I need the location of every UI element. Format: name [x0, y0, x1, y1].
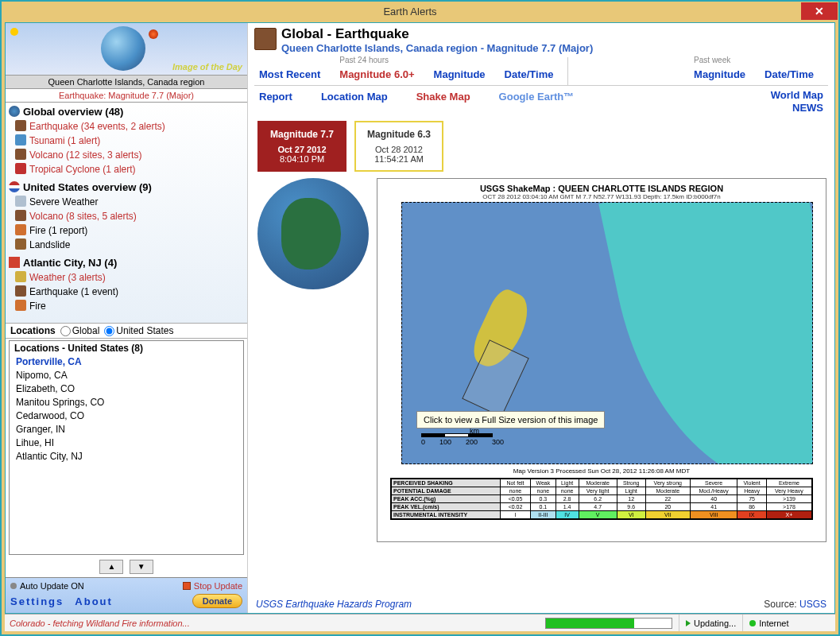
tab-news[interactable]: NEWS — [766, 102, 828, 114]
app-window: Earth Alerts ✕ Image of the Day Queen Ch… — [0, 0, 840, 636]
event-card[interactable]: Magnitude 6.3 Oct 28 2012 11:54:21 AM — [354, 121, 443, 172]
stop-update-button[interactable]: Stop Update — [183, 581, 242, 591]
sidebar: Image of the Day Queen Charlotte Islands… — [6, 23, 248, 613]
fire-icon — [15, 300, 26, 311]
donate-button[interactable]: Donate — [192, 594, 242, 608]
cyclone-icon — [15, 163, 26, 174]
main-panel: Global - Earthquake Queen Charlotte Isla… — [248, 23, 834, 613]
sun-icon — [149, 29, 158, 39]
location-globe[interactable]: ★ — [257, 178, 369, 289]
overview-item-landslide[interactable]: Landslide — [9, 238, 244, 252]
main-subtitle: Queen Charlotte Islands, Canada region -… — [281, 42, 593, 54]
source-program-link[interactable]: USGS Earthquake Hazards Program — [256, 599, 412, 610]
tab-magnitude-6[interactable]: Magnitude 6.0+ — [335, 67, 428, 85]
overview-item-fire[interactable]: Fire (1 report) — [9, 223, 244, 238]
epicenter-star-icon: ★ — [296, 243, 307, 258]
location-item[interactable]: Nipomo, CA — [14, 369, 238, 382]
location-filter: Locations Global United States — [6, 324, 247, 339]
overview-item-weather[interactable]: Weather (3 alerts) — [9, 270, 244, 285]
main-header: Global - Earthquake Queen Charlotte Isla… — [254, 26, 828, 54]
overview-item-earthquake-city[interactable]: Earthquake (1 event) — [9, 285, 244, 299]
primary-tabs: Most Recent Past 24 hours Magnitude 6.0+… — [254, 57, 828, 85]
global-overview-section: Global overview (48) Earthquake (34 even… — [9, 106, 244, 176]
image-of-day-banner[interactable]: Image of the Day — [6, 23, 247, 76]
shakemap-image[interactable]: USGS ShakeMap : QUEEN CHARLOTTE ISLANDS … — [377, 178, 826, 542]
online-dot-icon — [749, 620, 756, 626]
tab-shake-map[interactable]: Shake Map — [412, 89, 494, 114]
globe-small-icon — [9, 106, 20, 117]
fullsize-tooltip: Click to view a Full Size version of thi… — [416, 411, 605, 429]
updating-indicator[interactable]: Updating... — [679, 615, 742, 631]
location-item[interactable]: Granger, IN — [14, 423, 238, 436]
tab-datetime-week[interactable]: Date/Time — [760, 67, 828, 85]
stop-icon — [183, 582, 191, 590]
earthquake-icon — [15, 285, 26, 297]
fault-rect-shape — [462, 339, 529, 417]
global-overview-title[interactable]: Global overview (48) — [9, 106, 244, 118]
location-item[interactable]: Cedarwood, CO — [14, 409, 238, 423]
main-title: Global - Earthquake — [281, 26, 593, 42]
banner-label: Image of the Day — [172, 62, 242, 72]
pin-icon — [9, 257, 20, 268]
up-button[interactable]: ▲ — [99, 560, 123, 574]
volcano-icon — [15, 149, 26, 160]
location-item[interactable]: Elizabeth, CO — [14, 382, 238, 396]
status-message: Colorado - fetching Wildland Fire inform… — [5, 619, 545, 628]
status-bar: Colorado - fetching Wildland Fire inform… — [5, 614, 835, 631]
tab-location-map[interactable]: Location Map — [316, 89, 412, 114]
location-item[interactable]: Atlantic City, NJ — [14, 450, 238, 463]
tab-magnitude[interactable]: Magnitude — [429, 67, 500, 85]
banner-indicator-icon — [10, 28, 18, 36]
main-footer: USGS Earthquake Hazards Program Source: … — [254, 595, 828, 610]
settings-link[interactable]: Settings — [10, 595, 64, 607]
tab-datetime[interactable]: Date/Time — [500, 67, 568, 85]
overview-item-tsunami[interactable]: Tsunami (1 alert) — [9, 134, 244, 148]
progress-bar — [545, 618, 672, 629]
down-button[interactable]: ▼ — [130, 560, 153, 574]
radio-global[interactable]: Global — [60, 325, 100, 336]
globe-icon — [101, 26, 145, 71]
overview-item-fire-city[interactable]: Fire — [9, 299, 244, 313]
source-link[interactable]: USGS — [799, 599, 826, 610]
region-sub: Earthquake: Magnitude 7.7 (Major) — [6, 89, 247, 103]
titlebar: Earth Alerts ✕ — [2, 2, 838, 21]
tab-world-map[interactable]: World Map — [766, 89, 828, 102]
us-overview-title[interactable]: United States overview (9) — [9, 181, 244, 193]
locations-list-title: Locations - United States (8) — [14, 343, 238, 354]
overview-item-earthquake[interactable]: Earthquake (34 events, 2 alerts) — [9, 119, 244, 134]
overview-item-cyclone[interactable]: Tropical Cyclone (1 alert) — [9, 162, 244, 176]
landslide-icon — [15, 238, 26, 250]
shakemap-footer: Map Version 3 Processed Sun Oct 28, 2012… — [382, 467, 821, 475]
secondary-tabs: Report Location Map Shake Map Google Ear… — [254, 85, 828, 116]
tab-google-earth[interactable]: Google Earth™ — [494, 89, 598, 114]
internet-indicator[interactable]: Internet — [742, 615, 795, 631]
us-overview-section: United States overview (9) Severe Weathe… — [9, 181, 244, 252]
scale-bar: 0100200300 km — [421, 433, 504, 435]
about-link[interactable]: About — [75, 595, 113, 607]
shakemap-plot: 55° 50° -135° -130° Click to view a Full… — [401, 202, 813, 464]
weather-icon — [15, 271, 26, 282]
window-title: Earth Alerts — [19, 6, 801, 17]
coastline-shape — [598, 202, 813, 464]
shakemap-title: USGS ShakeMap : QUEEN CHARLOTTE ISLANDS … — [382, 184, 821, 193]
overview-item-volcano-us[interactable]: Volcano (8 sites, 5 alerts) — [9, 209, 244, 223]
auto-update-status: Auto Update ON — [10, 581, 84, 591]
locations-label: Locations — [10, 325, 56, 336]
radio-us[interactable]: United States — [104, 325, 173, 336]
overview-item-volcano[interactable]: Volcano (12 sites, 3 alerts) — [9, 148, 244, 162]
location-item[interactable]: Manitou Springs, CO — [14, 396, 238, 409]
location-arrows: ▲ ▼ — [6, 556, 247, 577]
tab-most-recent[interactable]: Most Recent — [254, 67, 335, 85]
severe-weather-icon — [15, 196, 26, 207]
location-item[interactable]: Porterville, CA — [14, 355, 238, 369]
overview-item-severe-weather[interactable]: Severe Weather — [9, 195, 244, 209]
city-overview-title[interactable]: Atlantic City, NJ (4) — [9, 257, 244, 269]
content-area: Image of the Day Queen Charlotte Islands… — [5, 22, 835, 614]
event-card-selected[interactable]: Magnitude 7.7 Oct 27 2012 8:04:10 PM — [257, 121, 346, 172]
tab-report[interactable]: Report — [254, 89, 316, 114]
tab-magnitude-week[interactable]: Magnitude — [689, 67, 760, 85]
location-item[interactable]: Lihue, HI — [14, 436, 238, 450]
close-button[interactable]: ✕ — [801, 2, 838, 20]
shakemap-subtitle: OCT 28 2012 03:04:10 AM GMT M 7.7 N52.77… — [382, 193, 821, 200]
event-cards: Magnitude 7.7 Oct 27 2012 8:04:10 PM Mag… — [257, 121, 828, 172]
